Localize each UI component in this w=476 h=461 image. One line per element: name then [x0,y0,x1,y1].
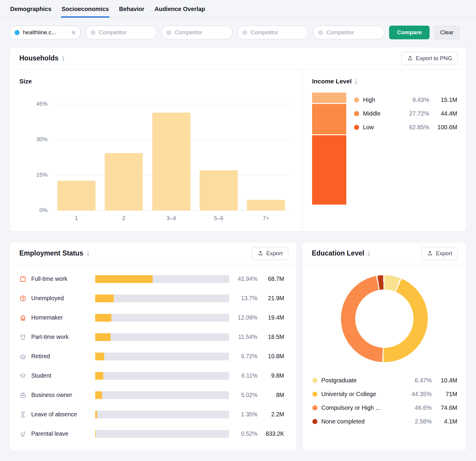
employment-label: Retired [31,353,95,360]
employment-percent: 42.94% [229,275,258,282]
export-to-png-label: Export to PNG [416,55,452,62]
employment-export-button[interactable]: Export [252,247,288,260]
domain-chip[interactable]: healthline.c... [10,26,81,39]
income-value: 100.6M [429,124,457,131]
size-bar[interactable] [105,153,143,211]
tshirt-icon [19,334,27,341]
education-legend-row: None completed2.58%4.1M [312,415,457,428]
employment-row: Student6.11%9.8M [19,366,284,385]
employment-bar-track [95,353,229,360]
competitor-input-3[interactable]: Competitor [237,26,309,39]
competitor-placeholder: Competitor [326,29,380,36]
export-to-png-button[interactable]: Export to PNG [401,52,458,65]
competitor-placeholder: Competitor [99,29,152,36]
households-card: Households Export to PNG Size 0%15%30%45… [10,47,466,231]
stroller-icon [19,430,27,437]
competitor-input-2[interactable]: Competitor [161,26,233,39]
income-legend-label: Middle [363,110,401,117]
income-legend-row: High9.43%15.1M [354,93,457,107]
education-card: Education Level Export Postgraduate6.47%… [302,242,466,451]
education-value: 10.4M [432,377,457,384]
size-xlabels: 123–45–67+ [53,215,290,222]
size-bar[interactable] [200,170,238,211]
employment-title: Employment Status [19,249,83,257]
domain-chip-label: healthline.c... [23,29,69,36]
close-icon[interactable] [71,29,76,35]
employment-row: Parental leave0.52%833.2K [19,424,284,443]
competitor-input-1[interactable]: Competitor [85,26,157,39]
employment-bar-track [95,333,229,341]
x-tick-label: 1 [53,215,100,222]
employment-value: 19.4M [257,314,284,321]
size-bar[interactable] [152,113,190,211]
employment-row: Full-time work42.94%68.7M [19,269,284,289]
education-percent: 2.58% [404,418,432,425]
clear-button[interactable]: Clear [434,26,459,39]
employment-percent: 12.09% [229,314,258,321]
income-segment-high[interactable] [312,93,346,103]
income-legend-row: Middle27.72%44.4M [354,107,457,120]
education-value: 4.1M [432,418,457,425]
info-icon[interactable] [62,56,65,62]
employment-rows: Full-time work42.94%68.7MUnemployed13.7%… [10,264,297,443]
legend-dot-icon [354,111,359,116]
size-bar[interactable] [57,181,95,211]
x-tick-label: 2 [100,215,147,222]
employment-bar-fill[interactable] [95,372,103,380]
education-legend-label: Postgraduate [321,377,404,384]
employment-bar-fill[interactable] [95,411,97,418]
info-icon[interactable] [355,79,358,85]
income-legend-label: High [363,96,401,103]
tab-demographics[interactable]: Demographics [10,0,52,18]
compare-button[interactable]: Compare [389,26,430,39]
employment-percent: 1.35% [229,411,258,418]
education-value: 71M [432,391,457,398]
tab-audience-overlap[interactable]: Audience Overlap [154,0,206,18]
filter-row: healthline.c... CompetitorCompetitorComp… [0,18,476,39]
y-tick-label: 0% [40,207,48,214]
employment-bar-track [95,411,229,418]
tab-socioeconomics[interactable]: Socioeconomics [61,0,109,18]
employment-bar-fill[interactable] [95,314,111,322]
competitor-dot-icon [166,30,171,35]
upload-icon [427,250,433,256]
info-icon[interactable] [367,251,370,257]
tab-behavior[interactable]: Behavior [118,0,145,18]
bar-slot [53,91,100,211]
employment-value: 8M [257,392,284,398]
competitor-dot-icon [318,30,323,35]
employment-bar-fill[interactable] [95,295,114,302]
upload-icon [407,55,413,61]
x-tick-label: 3–4 [148,215,195,222]
employment-label: Full-time work [31,275,95,282]
education-donut-chart [341,275,428,362]
employment-bar-fill[interactable] [95,275,153,283]
employment-bar-fill[interactable] [95,391,102,399]
competitor-input-4[interactable]: Competitor [313,26,384,39]
legend-dot-icon [312,419,317,424]
legend-dot-icon [354,97,359,102]
income-segment-middle[interactable] [312,104,346,135]
households-header: Households Export to PNG [10,47,466,69]
size-bar[interactable] [247,200,285,211]
employment-label: Homemaker [31,314,95,321]
employment-percent: 6.72% [229,353,258,360]
education-header: Education Level Export [302,242,466,264]
employment-bar-fill[interactable] [95,430,96,438]
employment-value: 2.2M [257,411,284,418]
info-icon[interactable] [87,251,90,257]
y-tick-label: 30% [36,136,48,143]
donut-hole [355,289,414,348]
employment-bar-fill[interactable] [95,333,111,341]
education-legend-row: Compulsory or High ...46.6%74.6M [312,401,457,415]
upload-icon [257,250,264,256]
shirt-icon [19,275,27,283]
education-export-button[interactable]: Export [421,247,458,260]
employment-bar-fill[interactable] [95,353,104,360]
education-percent: 46.6% [404,404,432,411]
income-legend: High9.43%15.1MMiddle27.72%44.4MLow62.85%… [354,93,457,205]
income-segment-low[interactable] [312,135,346,205]
employment-row: Part-time work11.54%18.5M [19,327,284,347]
households-title-row: Households [19,54,65,62]
employment-value: 10.8M [257,353,284,360]
